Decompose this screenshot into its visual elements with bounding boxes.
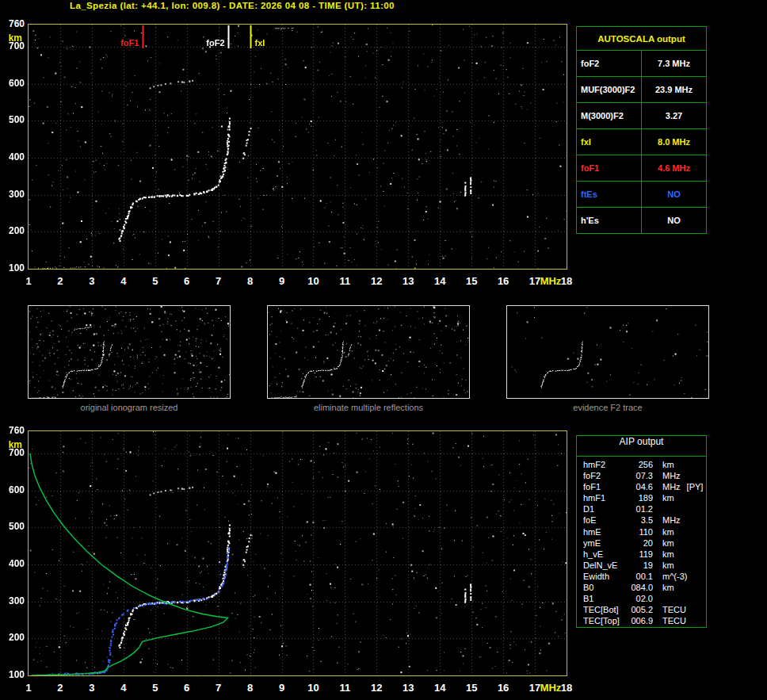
- autoscala-value: 7.3 MHz: [642, 51, 707, 77]
- x-axis-tick-label: 8: [241, 275, 260, 287]
- autoscala-value: NO: [642, 208, 707, 234]
- y-axis-tick-label: 400: [2, 558, 25, 569]
- x-axis-tick-label: 11: [335, 275, 354, 287]
- aip-unit: TECU: [653, 604, 686, 615]
- x-axis-tick-label: 14: [430, 682, 449, 694]
- aip-row: Ewidth00.1m^(-3): [583, 571, 706, 582]
- aip-value: 119: [629, 549, 653, 560]
- aip-row: hmE110km: [583, 526, 706, 537]
- aip-param: h_vE: [583, 549, 629, 560]
- x-axis-tick-label: 3: [82, 682, 101, 694]
- autoscala-value: 23.9 MHz: [642, 77, 707, 103]
- page-title: La_Spezia (lat: +44.1, lon: 009.8) - DAT…: [70, 1, 395, 10]
- autoscala-param: ftEs: [577, 182, 642, 208]
- aip-value: 19: [629, 560, 653, 571]
- x-axis-tick-label: 15: [462, 275, 481, 287]
- x-axis-tick-label: 16: [494, 682, 513, 694]
- aip-row: DelN_vE19km: [583, 560, 706, 571]
- aip-row: ymE20km: [583, 537, 706, 549]
- aip-extra: [674, 537, 681, 549]
- thumbnail-caption-original: original ionogram resized: [28, 403, 231, 412]
- y-axis-unit-label: km: [2, 33, 22, 44]
- aip-value: 005.2: [629, 604, 653, 615]
- aip-param: Ewidth: [583, 571, 629, 582]
- aip-extra: [687, 571, 693, 582]
- x-axis-tick-label: 13: [399, 275, 418, 287]
- x-axis-tick-label: 16: [494, 275, 513, 287]
- aip-unit: km: [653, 560, 674, 571]
- y-axis-unit-label: km: [2, 439, 22, 450]
- y-axis-tick-label: 600: [2, 78, 25, 89]
- autoscala-output-table: AUTOSCALA output foF27.3 MHzMUF(3000)F22…: [576, 26, 707, 234]
- x-axis-tick-label: 6: [177, 275, 197, 287]
- x-axis-tick-label: 4: [114, 275, 133, 287]
- aip-value: 01.2: [629, 503, 653, 514]
- x-axis-tick-label: 12: [367, 682, 386, 694]
- y-axis-tick-label: 500: [2, 114, 25, 125]
- aip-row: B102.0: [583, 593, 706, 604]
- thumbnail-original-canvas: [29, 306, 230, 398]
- aip-row: foF207.3MHz: [583, 470, 706, 481]
- x-axis-tick-label: 7: [209, 275, 228, 287]
- aip-row: h_vE119km: [583, 549, 706, 560]
- aip-unit: [653, 593, 662, 604]
- aip-unit: km: [653, 526, 674, 537]
- autoscala-param: h'Es: [577, 208, 642, 234]
- autoscala-table-body: foF27.3 MHzMUF(3000)F223.9 MHzM(3000)F23…: [577, 51, 707, 234]
- x-axis-tick-label: 6: [177, 682, 197, 694]
- autoscala-param: foF1: [577, 155, 642, 182]
- autoscala-param: M(3000)F2: [577, 103, 642, 129]
- y-axis-tick-label: 300: [2, 189, 25, 200]
- aip-value: 3.5: [629, 514, 653, 526]
- aip-row: foE3.5MHz: [583, 514, 706, 526]
- aip-extra: [662, 593, 669, 604]
- x-axis-tick-label: 2: [51, 275, 70, 287]
- x-axis-tick-label: 5: [146, 682, 165, 694]
- x-axis-tick-label: 10: [303, 275, 322, 287]
- aip-param: hmF1: [583, 492, 629, 503]
- x-axis-tick-label: 1: [19, 682, 38, 694]
- aip-param: TEC[Bot]: [583, 604, 629, 615]
- aip-unit: m^(-3): [653, 571, 687, 582]
- aip-extra: [674, 526, 681, 537]
- y-axis-tick-label: 400: [2, 151, 25, 163]
- aip-row: hmF2256km: [583, 459, 706, 470]
- aip-param: DelN_vE: [583, 560, 629, 571]
- aip-unit: km: [653, 537, 674, 549]
- aip-unit: TECU: [653, 615, 686, 626]
- autoscala-value: NO: [642, 182, 707, 208]
- x-axis-tick-label: 5: [146, 275, 165, 287]
- aip-extra: [PY]: [681, 481, 704, 492]
- aip-value: 02.0: [629, 593, 653, 604]
- thumbnail-caption-evidence: evidence F2 trace: [506, 403, 709, 412]
- aip-unit: MHz: [653, 470, 681, 481]
- thumbnail-caption-eliminate: eliminate multiple reflections: [267, 403, 470, 412]
- aip-unit: km: [653, 582, 674, 593]
- aip-value: 04.6: [629, 481, 653, 492]
- autoscala-row: ftEsNO: [577, 182, 707, 208]
- top-ionogram-plot-frame: [28, 24, 567, 270]
- aip-row: D101.2: [583, 503, 706, 514]
- aip-param: B1: [583, 593, 629, 604]
- aip-row: B0084.0km: [583, 582, 706, 593]
- aip-param: foF1: [583, 481, 629, 492]
- aip-extra: [674, 492, 681, 503]
- x-axis-tick-label: 13: [399, 682, 418, 694]
- y-axis-tick-label: 760: [2, 18, 25, 29]
- aip-table-body: hmF2256kmfoF207.3MHzfoF104.6MHz[PY]hmF11…: [577, 457, 706, 626]
- autoscala-row: h'EsNO: [577, 208, 707, 234]
- aip-value: 189: [629, 492, 653, 503]
- autoscala-value: 3.27: [642, 103, 707, 129]
- autoscala-param: MUF(3000)F2: [577, 77, 642, 103]
- x-axis-tick-label: 7: [209, 682, 228, 694]
- aip-extra: [686, 615, 693, 626]
- aip-row: foF104.6MHz[PY]: [583, 481, 706, 492]
- y-axis-tick-label: 200: [2, 632, 25, 643]
- autoscala-row: M(3000)F23.27: [577, 103, 707, 129]
- x-axis-tick-label: 4: [114, 682, 133, 694]
- y-axis-tick-label: 300: [2, 595, 25, 606]
- aip-param: hmF2: [583, 459, 629, 470]
- x-axis-tick-label: 2: [51, 682, 70, 694]
- aip-value: 20: [629, 537, 653, 549]
- autoscala-row: foF27.3 MHz: [577, 51, 707, 77]
